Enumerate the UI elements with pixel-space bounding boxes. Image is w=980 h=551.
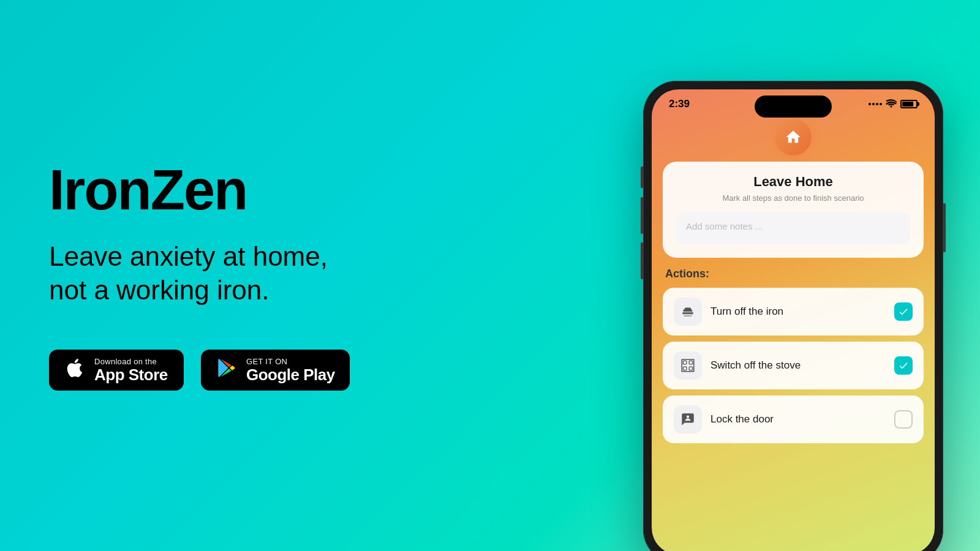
svg-rect-2 [689, 361, 692, 364]
phone-mute-button [641, 167, 643, 188]
actions-label: Actions: [663, 268, 924, 280]
svg-rect-1 [683, 361, 686, 364]
iron-icon-box [674, 298, 702, 326]
left-section: IronZen Leave anxiety at home,not a work… [0, 111, 637, 440]
iron-icon [680, 304, 696, 320]
svg-rect-3 [683, 367, 686, 370]
appstore-text: Download on the App Store [94, 357, 168, 384]
googleplay-text: GET IT ON Google Play [246, 357, 335, 384]
signal-dot-4 [880, 103, 882, 105]
checkbox-iron[interactable] [894, 302, 913, 321]
signal-icon [869, 103, 882, 105]
apple-icon [64, 357, 86, 383]
signal-dot-2 [872, 103, 875, 105]
battery-fill [902, 102, 913, 107]
action-item-stove[interactable]: Switch off the stove [663, 342, 924, 389]
app-tagline: Leave anxiety at home,not a working iron… [49, 239, 429, 307]
door-icon-box [674, 405, 702, 433]
phone-volume-down-button [641, 242, 643, 279]
scenario-title: Leave Home [676, 174, 910, 190]
store-buttons: Download on the App Store GET IT ON Goog… [49, 350, 588, 391]
scenario-subtitle: Mark all steps as done to finish scenari… [676, 193, 910, 203]
door-icon [680, 411, 696, 427]
notes-placeholder: Add some notes ... [686, 221, 763, 231]
status-bar: 2:39 [652, 89, 935, 113]
appstore-bottom-label: App Store [94, 366, 168, 384]
googleplay-button[interactable]: GET IT ON Google Play [201, 350, 350, 391]
signal-dot-1 [869, 103, 871, 105]
appstore-top-label: Download on the [94, 357, 168, 366]
googleplay-top-label: GET IT ON [246, 357, 335, 366]
action-label-iron: Turn off the iron [710, 305, 886, 318]
svg-rect-4 [689, 367, 692, 370]
dynamic-island [755, 96, 832, 118]
stove-icon [680, 358, 696, 373]
wifi-icon [886, 99, 897, 110]
home-scenario-icon [775, 119, 812, 156]
status-icons [869, 99, 918, 110]
action-label-door: Lock the door [710, 413, 886, 425]
stove-icon-box [674, 351, 702, 380]
svg-rect-0 [682, 312, 693, 313]
phone-device: 2:39 [643, 81, 943, 551]
app-title: IronZen [49, 160, 588, 220]
phone-power-button [943, 203, 946, 252]
phone-volume-up-button [641, 197, 643, 234]
googleplay-icon [216, 357, 238, 383]
scenario-card: Leave Home Mark all steps as done to fin… [663, 162, 924, 258]
signal-dot-3 [876, 103, 878, 105]
status-time: 2:39 [669, 98, 690, 110]
action-label-stove: Switch off the stove [710, 359, 886, 372]
phone-screen: 2:39 [652, 89, 935, 551]
appstore-button[interactable]: Download on the App Store [49, 350, 184, 391]
action-item-iron[interactable]: Turn off the iron [663, 288, 924, 335]
phone-wrapper: 2:39 [643, 81, 943, 551]
notes-input[interactable]: Add some notes ... [676, 212, 910, 244]
googleplay-bottom-label: Google Play [246, 366, 335, 384]
checkbox-door[interactable] [894, 410, 913, 429]
right-section: 2:39 [637, 0, 980, 551]
battery-icon [900, 100, 918, 108]
checkbox-stove[interactable] [894, 356, 913, 375]
app-content: Leave Home Mark all steps as done to fin… [652, 113, 935, 462]
action-item-door[interactable]: Lock the door [663, 395, 924, 443]
